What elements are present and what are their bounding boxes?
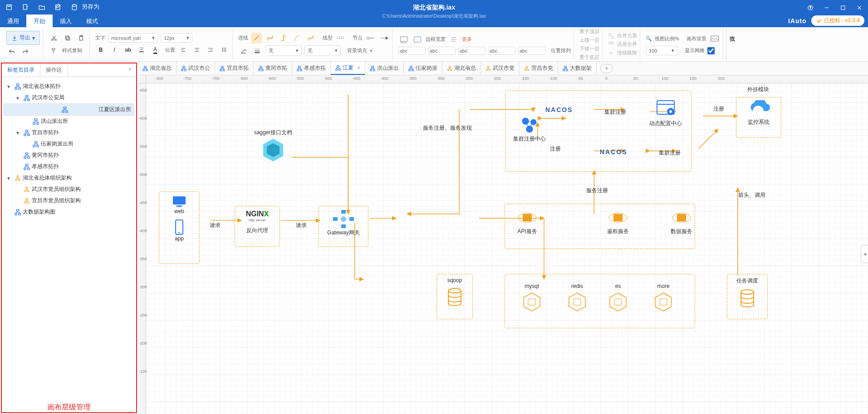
node-api-svc[interactable]: API服务 bbox=[509, 209, 545, 235]
node-redis[interactable]: redis bbox=[564, 283, 591, 312]
search-button[interactable]: 查找 bbox=[726, 29, 738, 59]
connector-5-icon[interactable] bbox=[305, 33, 316, 44]
node-end-icon[interactable] bbox=[379, 33, 390, 44]
abc4[interactable]: abc bbox=[488, 47, 515, 55]
strike-icon[interactable]: ab bbox=[123, 44, 133, 55]
none1-select[interactable]: 无▾ bbox=[265, 45, 302, 56]
add-tab-button[interactable]: + bbox=[600, 64, 613, 73]
position-label[interactable]: 位置 bbox=[165, 47, 175, 54]
abc1[interactable]: abc bbox=[398, 47, 426, 55]
node-es[interactable]: es bbox=[604, 283, 632, 312]
move-down[interactable]: 下移一层 bbox=[579, 45, 599, 52]
tree-item[interactable]: 孝感市拓扑 bbox=[4, 161, 134, 172]
close-icon[interactable] bbox=[854, 3, 864, 14]
document-tab[interactable]: 宜昌市拓 bbox=[215, 62, 254, 75]
node-nginx[interactable]: NGINX http server 反向代理 bbox=[235, 206, 280, 247]
diagram[interactable]: 外挂模块 服务注册、服务发现 集群注册 集群注册 注册 注册 服务注册 箭头、调… bbox=[146, 83, 868, 414]
format-painter-icon[interactable] bbox=[49, 45, 59, 56]
tree-item[interactable]: 伍家岗派出所 bbox=[4, 138, 134, 150]
border-width-label[interactable]: 边框宽度 bbox=[426, 36, 446, 43]
tree-item[interactable]: 洪山派出所 bbox=[4, 116, 134, 127]
tree-item[interactable]: 大数据架构图 bbox=[4, 206, 134, 218]
save-icon[interactable] bbox=[4, 2, 15, 14]
bring-top[interactable]: 置于顶层 bbox=[579, 28, 599, 35]
document-tab[interactable]: 武汉市公 bbox=[177, 62, 215, 75]
node-reg-center[interactable]: 集群注册中心 bbox=[511, 115, 548, 143]
abc2[interactable]: abc bbox=[428, 47, 456, 55]
tab-work-area[interactable]: 操作区 bbox=[40, 63, 68, 77]
bgfill-label[interactable]: 背景填充 bbox=[347, 47, 367, 54]
menu-mode[interactable]: 模式 bbox=[79, 15, 105, 27]
node-gateway[interactable]: Gateway网关 bbox=[319, 206, 368, 247]
node-dyn-cfg[interactable]: 动态配置中心 bbox=[645, 97, 686, 127]
document-tab[interactable]: 大数据架 bbox=[558, 62, 597, 75]
border-weight-icon[interactable] bbox=[448, 34, 459, 45]
line-weight-icon[interactable] bbox=[252, 45, 263, 56]
redo-icon[interactable] bbox=[20, 47, 31, 58]
db-icon[interactable] bbox=[69, 2, 80, 14]
tree-item[interactable]: 武汉市党员组织架构 bbox=[4, 184, 134, 195]
view-pct-select[interactable]: 100▾ bbox=[646, 46, 677, 55]
tree-item[interactable]: 黄冈市拓扑 bbox=[4, 150, 134, 161]
right-collapse-handle[interactable]: ◂ bbox=[861, 245, 868, 263]
merge-shapes[interactable]: 合并元素 bbox=[617, 32, 637, 39]
document-tab[interactable]: 武汉市党 bbox=[481, 62, 520, 75]
tree-item[interactable]: ▾湖北省总体组织架构 bbox=[4, 172, 134, 184]
maximize-icon[interactable] bbox=[838, 3, 848, 14]
node-sagger[interactable]: sagger接口文档 bbox=[246, 129, 300, 164]
menu-general[interactable]: 通用 bbox=[0, 15, 26, 27]
menu-insert[interactable]: 插入 bbox=[53, 15, 79, 27]
edit-icon[interactable] bbox=[53, 2, 64, 14]
italic-icon[interactable]: I bbox=[109, 44, 120, 55]
node-auth-svc[interactable]: 鉴权服务 bbox=[600, 209, 636, 235]
document-tab[interactable]: 江夏× bbox=[331, 62, 365, 75]
align-left-icon[interactable] bbox=[178, 44, 189, 55]
saveas-label[interactable]: 另存为 bbox=[82, 3, 99, 11]
canvas-bg-icon[interactable] bbox=[709, 33, 720, 44]
tree-item[interactable]: ▾湖北省总体拓扑 bbox=[4, 81, 134, 92]
document-tab[interactable]: 宜昌市党 bbox=[520, 62, 558, 75]
tree-item[interactable]: ▾武汉市公安局 bbox=[4, 92, 134, 103]
show-grid-checkbox[interactable] bbox=[707, 47, 715, 54]
tab-page-tree[interactable]: 标签页目录 bbox=[2, 63, 40, 77]
open-icon[interactable] bbox=[36, 2, 47, 14]
font-family-select[interactable]: microsoft yah▾ bbox=[108, 33, 158, 43]
shape-2-icon[interactable] bbox=[412, 34, 423, 45]
copy-icon[interactable] bbox=[62, 33, 73, 44]
minimize-icon[interactable] bbox=[822, 3, 832, 14]
more-link[interactable]: 更多 bbox=[462, 36, 472, 43]
help-icon[interactable]: ? bbox=[805, 3, 815, 14]
tree-item[interactable]: 江夏区派出所 bbox=[4, 103, 134, 116]
undo-icon[interactable] bbox=[6, 47, 17, 58]
connector-snap[interactable]: 连线吸附 bbox=[617, 49, 637, 56]
node-start-icon[interactable] bbox=[365, 33, 376, 44]
none2-select[interactable]: 无▾ bbox=[304, 45, 341, 56]
valign-icon[interactable] bbox=[219, 44, 230, 55]
bold-icon[interactable]: B bbox=[95, 44, 106, 55]
document-tab[interactable]: 伍家岗派 bbox=[404, 62, 442, 75]
align-right-icon[interactable] bbox=[205, 44, 216, 55]
export-button[interactable]: 导出 ▾ bbox=[6, 31, 40, 45]
connector-2-icon[interactable] bbox=[265, 33, 275, 44]
connector-1-icon[interactable] bbox=[251, 33, 262, 44]
node-task-sched[interactable]: 任务调度 bbox=[727, 274, 768, 319]
node-data-svc[interactable]: 数据服务 bbox=[663, 209, 700, 235]
align-center-icon[interactable] bbox=[191, 44, 202, 55]
document-tab[interactable]: 洪山派出 bbox=[365, 62, 404, 75]
canvas-bg-label[interactable]: 画布背景 bbox=[687, 35, 706, 42]
move-up[interactable]: 上移一层 bbox=[579, 37, 599, 44]
new-icon[interactable] bbox=[20, 2, 31, 14]
node-client[interactable]: web app bbox=[159, 191, 200, 264]
connector-3-icon[interactable] bbox=[278, 33, 289, 44]
font-size-select[interactable]: 12px▾ bbox=[161, 33, 192, 43]
line-color-icon[interactable] bbox=[238, 45, 249, 56]
style-copy-label[interactable]: 样式复制 bbox=[62, 47, 82, 54]
underline-icon[interactable]: 三 bbox=[136, 44, 147, 55]
close-left-pane[interactable]: × bbox=[124, 63, 136, 77]
document-tab[interactable]: 湖北省总 bbox=[138, 62, 177, 75]
linestyle-icon[interactable] bbox=[335, 33, 346, 44]
document-tab[interactable]: 湖北省总 bbox=[442, 62, 481, 75]
paste-icon[interactable] bbox=[76, 33, 87, 44]
cut-icon[interactable] bbox=[49, 33, 59, 44]
abc3[interactable]: abc bbox=[458, 47, 485, 55]
